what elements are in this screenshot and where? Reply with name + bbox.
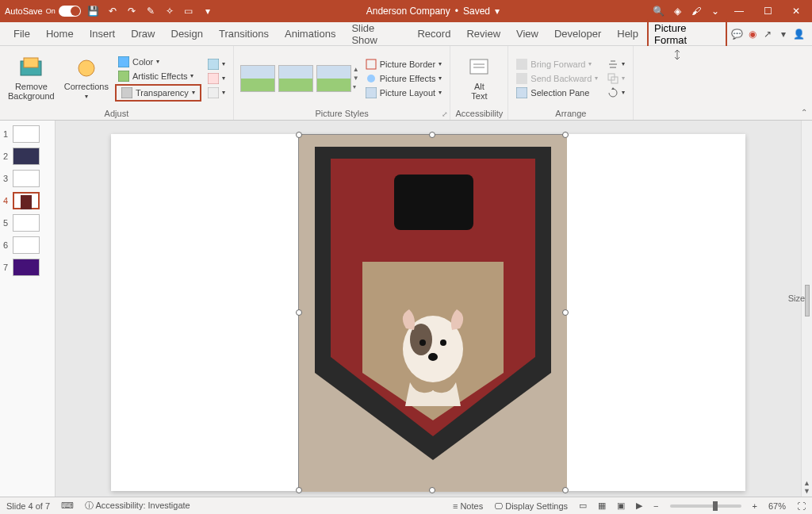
slideshow-view-icon[interactable]: ▶ — [636, 501, 642, 511]
bring-forward-button[interactable]: Bring Forward ▾ — [513, 58, 601, 71]
picture-selection[interactable] — [298, 134, 566, 491]
close-button[interactable]: ✕ — [785, 3, 807, 19]
redo-icon[interactable]: ↷ — [125, 5, 138, 17]
tab-view[interactable]: View — [509, 25, 546, 43]
search-icon[interactable]: 🔍 — [652, 5, 665, 17]
picture-border-button[interactable]: Picture Border ▾ — [362, 58, 446, 71]
accessibility-status[interactable]: ⓘ Accessibility: Investigate — [85, 500, 190, 512]
qat-icon[interactable]: ✧ — [163, 5, 176, 17]
zoom-knob[interactable] — [713, 501, 718, 511]
transparency-button[interactable]: Transparency ▾ — [118, 86, 198, 99]
file-name: Anderson Company — [366, 6, 450, 17]
undo-icon[interactable]: ↶ — [106, 5, 119, 17]
zoom-in-button[interactable]: + — [753, 501, 757, 511]
svg-point-2 — [79, 60, 94, 76]
change-picture-button[interactable]: ▾ — [205, 72, 228, 85]
selection-pane-button[interactable]: Selection Pane — [513, 86, 601, 99]
language-icon[interactable]: ⌨ — [61, 501, 74, 511]
group-picture-styles: ▲ ▼ ▾ Picture Border ▾ Picture Effects ▾… — [234, 46, 451, 120]
svg-rect-12 — [470, 59, 488, 74]
autosave-switch[interactable] — [59, 6, 81, 17]
comments-icon[interactable]: 💬 — [730, 27, 744, 41]
reading-view-icon[interactable]: ▣ — [617, 501, 625, 511]
ribbon-collapse-button[interactable]: ⌃ — [801, 108, 807, 117]
sorter-view-icon[interactable]: ▦ — [598, 501, 606, 511]
picture-styles-gallery[interactable]: ▲ ▼ ▾ — [239, 63, 359, 94]
tab-review[interactable]: Review — [459, 25, 508, 43]
tab-insert[interactable]: Insert — [82, 25, 123, 43]
autosave-toggle[interactable]: AutoSave On — [5, 6, 81, 17]
dialog-launcher-icon[interactable]: ⤢ — [442, 110, 448, 118]
reset-picture-button[interactable]: ▾ — [205, 86, 228, 99]
tab-transitions[interactable]: Transitions — [212, 25, 276, 43]
picture-effects-button[interactable]: Picture Effects ▾ — [362, 72, 446, 85]
remove-background-button[interactable]: Remove Background — [5, 55, 58, 102]
chevron-down-icon: ▾ — [85, 93, 88, 100]
rotate-icon — [607, 87, 619, 98]
tab-slideshow[interactable]: Slide Show — [344, 19, 408, 49]
gallery-more-icon[interactable]: ▾ — [353, 83, 359, 90]
prev-slide-icon[interactable]: ▲ — [803, 479, 810, 487]
thumb-7[interactable]: 7 — [3, 259, 52, 276]
style-thumb[interactable] — [278, 65, 313, 92]
thumb-1[interactable]: 1 — [3, 125, 52, 143]
minimize-button[interactable]: — — [728, 3, 750, 19]
tab-file[interactable]: File — [6, 25, 37, 43]
send-backward-icon — [516, 73, 527, 84]
person-icon[interactable]: 👤 — [792, 27, 806, 41]
qat-more-icon[interactable]: ▾ — [201, 5, 214, 17]
alt-text-button[interactable]: Alt Text — [464, 55, 494, 102]
align-button[interactable]: ▾ — [604, 58, 628, 71]
tab-record[interactable]: Record — [410, 25, 458, 43]
ribbon-display-icon[interactable]: ⌄ — [709, 5, 722, 17]
status-bar: Slide 4 of 7 ⌨ ⓘ Accessibility: Investig… — [0, 497, 812, 514]
effects-icon — [366, 73, 377, 84]
notes-button[interactable]: ≡ Notes — [453, 501, 483, 511]
corrections-button[interactable]: Corrections ▾ — [61, 55, 112, 102]
fit-to-window-icon[interactable]: ⛶ — [797, 501, 806, 511]
zoom-out-button[interactable]: − — [653, 501, 658, 511]
zoom-level[interactable]: 67% — [768, 501, 786, 511]
save-icon[interactable]: 💾 — [87, 5, 100, 17]
tab-animations[interactable]: Animations — [278, 25, 343, 43]
compress-pictures-button[interactable]: ▾ — [205, 58, 228, 71]
maximize-button[interactable]: ☐ — [756, 3, 779, 19]
style-thumb[interactable] — [316, 65, 351, 92]
next-slide-icon[interactable]: ▼ — [803, 487, 810, 495]
chevron-down-icon[interactable]: ▾ — [495, 6, 500, 17]
chevron-down-icon[interactable]: ▾ — [776, 27, 790, 41]
picture-layout-button[interactable]: Picture Layout ▾ — [362, 86, 446, 99]
group-size: Crop ▾ ▲▼ ▲▼ Size ⤢ — [634, 46, 812, 120]
gallery-up-icon[interactable]: ▲ — [353, 66, 359, 73]
color-button[interactable]: Color ▾ — [115, 56, 201, 68]
send-backward-button[interactable]: Send Backward ▾ — [513, 72, 601, 85]
record-dot-icon[interactable]: ◉ — [745, 27, 759, 41]
corrections-icon — [75, 56, 98, 80]
paint-icon[interactable]: 🖌 — [690, 5, 703, 17]
zoom-slider[interactable] — [670, 504, 741, 508]
style-thumb[interactable] — [240, 65, 275, 92]
display-settings-button[interactable]: 🖵 Display Settings — [494, 501, 568, 511]
tab-developer[interactable]: Developer — [547, 25, 608, 43]
tab-help[interactable]: Help — [610, 25, 645, 43]
gallery-down-icon[interactable]: ▼ — [353, 75, 359, 82]
slide-canvas[interactable] — [56, 121, 801, 497]
share-icon[interactable]: ↗ — [761, 27, 775, 41]
normal-view-icon[interactable]: ▭ — [579, 501, 587, 511]
tab-picture-format[interactable]: Picture Format — [647, 19, 727, 49]
group-button[interactable]: ▾ — [604, 72, 628, 85]
thumb-6[interactable]: 6 — [3, 236, 52, 254]
diamond-icon[interactable]: ◈ — [671, 5, 684, 17]
tab-draw[interactable]: Draw — [124, 25, 162, 43]
tab-home[interactable]: Home — [39, 25, 81, 43]
thumb-5[interactable]: 5 — [3, 214, 52, 232]
touch-mode-icon[interactable]: ✎ — [144, 5, 157, 17]
tab-design[interactable]: Design — [164, 25, 210, 43]
svg-point-31 — [440, 339, 446, 346]
rotate-button[interactable]: ▾ — [604, 86, 628, 99]
present-icon[interactable]: ▭ — [182, 5, 195, 17]
thumb-4[interactable]: 4 — [3, 192, 52, 209]
thumb-3[interactable]: 3 — [3, 170, 52, 187]
thumb-2[interactable]: 2 — [3, 148, 52, 165]
artistic-effects-button[interactable]: Artistic Effects ▾ — [115, 70, 201, 82]
